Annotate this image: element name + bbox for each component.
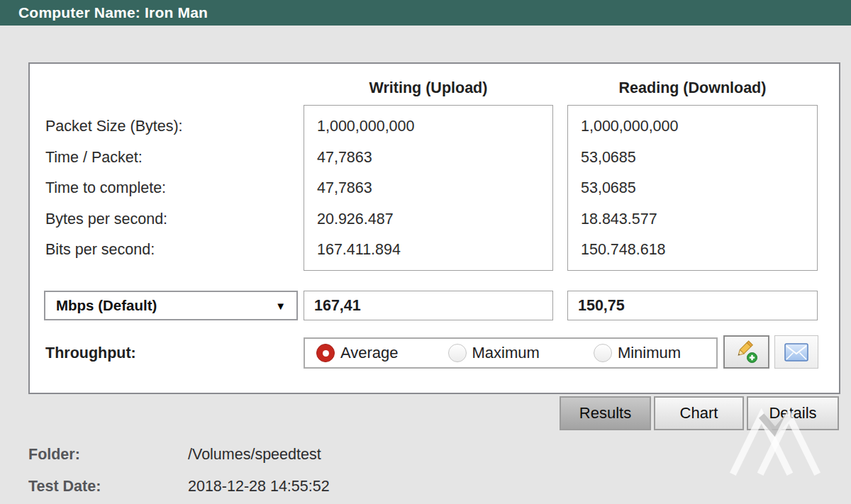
folder-row: Folder: /Volumes/speedtest: [28, 445, 321, 464]
throughput-reading-field[interactable]: 150,75: [567, 291, 818, 320]
metric-label-bits-per-second: Bits per second:: [45, 235, 183, 266]
unit-dropdown[interactable]: Mbps (Default) ▼: [44, 291, 298, 320]
tab-chart[interactable]: Chart: [654, 396, 744, 430]
radio-minimum-label: Minimum: [618, 344, 681, 362]
lantest-window: Computer Name: Iron Man Writing (Upload)…: [0, 0, 851, 504]
folder-value: /Volumes/speedtest: [188, 445, 321, 464]
radio-selected-icon: [316, 344, 335, 362]
radio-unselected-icon: [448, 344, 467, 362]
email-button[interactable]: [774, 335, 818, 369]
tab-details[interactable]: Details: [747, 396, 839, 430]
writing-bits-per-second: 167.411.894: [317, 235, 552, 266]
radio-average-label: Average: [340, 344, 399, 362]
reading-bits-per-second: 150.748.618: [581, 235, 817, 266]
tab-results[interactable]: Results: [560, 396, 651, 430]
column-header-writing: Writing (Upload): [304, 79, 553, 97]
writing-values-box: 1,000,000,000 47,7863 47,7863 20.926.487…: [304, 105, 553, 271]
radio-average[interactable]: Average: [316, 344, 399, 362]
writing-time-to-complete: 47,7863: [317, 173, 552, 204]
unit-dropdown-value: Mbps (Default): [56, 297, 157, 314]
writing-time-per-packet: 47,7863: [317, 142, 552, 174]
metric-label-packet-size: Packet Size (Bytes):: [45, 111, 183, 142]
test-date-row: Test Date: 2018-12-28 14:55:52: [28, 477, 330, 496]
radio-unselected-icon: [594, 344, 612, 362]
throughput-label: Throughput:: [45, 337, 136, 369]
writing-packet-size: 1,000,000,000: [317, 111, 552, 142]
metric-label-time-to-complete: Time to complete:: [45, 173, 183, 204]
envelope-icon: [784, 343, 808, 362]
reading-packet-size: 1,000,000,000: [581, 111, 817, 142]
reading-bytes-per-second: 18.843.577: [581, 204, 817, 235]
reading-time-per-packet: 53,0685: [581, 142, 817, 174]
metric-label-bytes-per-second: Bytes per second:: [45, 204, 183, 235]
reading-values-box: 1,000,000,000 53,0685 53,0685 18.843.577…: [567, 105, 818, 271]
metric-label-time-per-packet: Time / Packet:: [45, 142, 183, 174]
results-panel: Writing (Upload) Reading (Download) Pack…: [28, 62, 840, 394]
title-bar: Computer Name: Iron Man: [0, 0, 851, 26]
writing-bytes-per-second: 20.926.487: [317, 204, 552, 235]
add-note-button[interactable]: [723, 335, 769, 369]
radio-maximum[interactable]: Maximum: [448, 344, 540, 362]
radio-minimum[interactable]: Minimum: [594, 344, 681, 362]
folder-label: Folder:: [28, 445, 188, 464]
pencil-plus-icon: [734, 340, 760, 364]
metric-labels: Packet Size (Bytes): Time / Packet: Time…: [45, 111, 183, 266]
test-date-label: Test Date:: [28, 477, 188, 496]
chevron-down-icon: ▼: [275, 300, 286, 312]
throughput-writing-field[interactable]: 167,41: [304, 291, 553, 320]
column-header-reading: Reading (Download): [567, 79, 818, 97]
radio-maximum-label: Maximum: [472, 344, 540, 362]
throughput-radio-group: Average Maximum Minimum: [304, 337, 718, 369]
test-date-value: 2018-12-28 14:55:52: [188, 477, 330, 496]
reading-time-to-complete: 53,0685: [581, 173, 817, 204]
window-title: Computer Name: Iron Man: [18, 4, 208, 21]
